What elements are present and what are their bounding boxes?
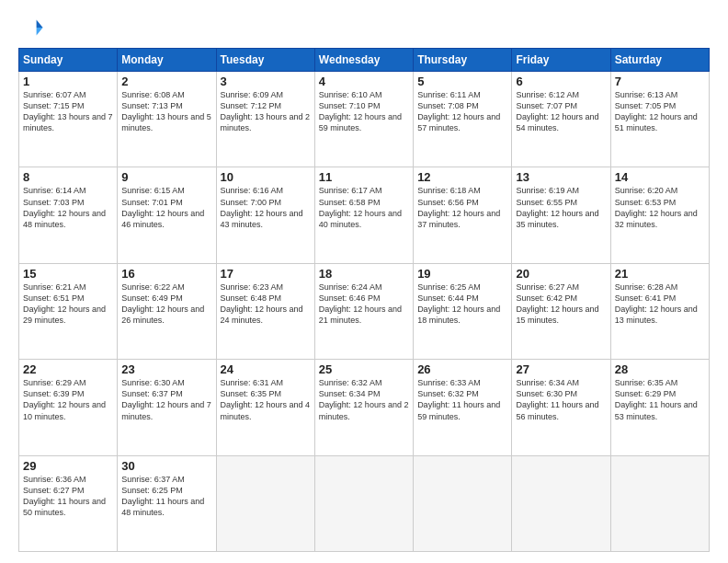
calendar-day-cell: 13 Sunrise: 6:19 AM Sunset: 6:55 PM Dayl… [512, 167, 610, 263]
calendar-day-cell: 19 Sunrise: 6:25 AM Sunset: 6:44 PM Dayl… [414, 263, 512, 359]
calendar-day-header: Thursday [414, 49, 512, 72]
calendar-day-cell: 28 Sunrise: 6:35 AM Sunset: 6:29 PM Dayl… [610, 360, 709, 455]
day-info: Sunrise: 6:30 AM Sunset: 6:37 PM Dayligh… [121, 377, 211, 422]
calendar-header-row: SundayMondayTuesdayWednesdayThursdayFrid… [19, 49, 710, 72]
day-number: 4 [319, 75, 409, 88]
calendar-day-cell: 30 Sunrise: 6:37 AM Sunset: 6:25 PM Dayl… [118, 455, 216, 551]
calendar-day-cell [512, 455, 610, 551]
header [18, 15, 710, 40]
day-info: Sunrise: 6:32 AM Sunset: 6:34 PM Dayligh… [319, 377, 409, 422]
calendar-week-row: 1 Sunrise: 6:07 AM Sunset: 7:15 PM Dayli… [19, 72, 710, 167]
calendar-day-cell: 11 Sunrise: 6:17 AM Sunset: 6:58 PM Dayl… [314, 167, 413, 263]
calendar-day-cell: 4 Sunrise: 6:10 AM Sunset: 7:10 PM Dayli… [314, 72, 413, 167]
day-number: 6 [516, 75, 606, 88]
calendar-day-cell [414, 455, 512, 551]
calendar-day-cell: 12 Sunrise: 6:18 AM Sunset: 6:56 PM Dayl… [414, 167, 512, 263]
day-info: Sunrise: 6:21 AM Sunset: 6:51 PM Dayligh… [23, 282, 113, 327]
day-number: 26 [417, 362, 507, 376]
day-info: Sunrise: 6:22 AM Sunset: 6:49 PM Dayligh… [121, 282, 211, 327]
calendar-day-cell: 26 Sunrise: 6:33 AM Sunset: 6:32 PM Dayl… [414, 360, 512, 455]
day-number: 5 [417, 75, 507, 88]
day-info: Sunrise: 6:19 AM Sunset: 6:55 PM Dayligh… [516, 185, 606, 230]
calendar-day-cell: 29 Sunrise: 6:36 AM Sunset: 6:27 PM Dayl… [19, 455, 118, 551]
day-info: Sunrise: 6:18 AM Sunset: 6:56 PM Dayligh… [417, 185, 507, 230]
day-number: 24 [221, 362, 311, 376]
calendar-day-cell: 23 Sunrise: 6:30 AM Sunset: 6:37 PM Dayl… [118, 360, 216, 455]
calendar-day-cell: 7 Sunrise: 6:13 AM Sunset: 7:05 PM Dayli… [610, 72, 709, 167]
day-info: Sunrise: 6:10 AM Sunset: 7:10 PM Dayligh… [319, 89, 409, 134]
calendar-day-cell: 8 Sunrise: 6:14 AM Sunset: 7:03 PM Dayli… [19, 167, 118, 263]
day-info: Sunrise: 6:27 AM Sunset: 6:42 PM Dayligh… [516, 282, 606, 327]
calendar-day-cell: 14 Sunrise: 6:20 AM Sunset: 6:53 PM Dayl… [610, 167, 709, 263]
day-info: Sunrise: 6:34 AM Sunset: 6:30 PM Dayligh… [516, 377, 606, 422]
calendar-week-row: 8 Sunrise: 6:14 AM Sunset: 7:03 PM Dayli… [19, 167, 710, 263]
page: SundayMondayTuesdayWednesdayThursdayFrid… [0, 0, 728, 563]
day-number: 12 [417, 170, 507, 184]
day-number: 30 [121, 459, 211, 473]
day-info: Sunrise: 6:35 AM Sunset: 6:29 PM Dayligh… [615, 377, 705, 422]
day-info: Sunrise: 6:14 AM Sunset: 7:03 PM Dayligh… [23, 185, 113, 230]
calendar-day-cell: 2 Sunrise: 6:08 AM Sunset: 7:13 PM Dayli… [118, 72, 216, 167]
day-number: 2 [121, 75, 211, 88]
calendar-day-cell: 25 Sunrise: 6:32 AM Sunset: 6:34 PM Dayl… [314, 360, 413, 455]
day-number: 15 [23, 267, 113, 281]
calendar-day-header: Wednesday [314, 49, 413, 72]
calendar-day-cell [610, 455, 709, 551]
day-number: 22 [23, 362, 113, 376]
calendar-day-cell: 22 Sunrise: 6:29 AM Sunset: 6:39 PM Dayl… [19, 360, 118, 455]
day-number: 11 [319, 170, 409, 184]
day-info: Sunrise: 6:25 AM Sunset: 6:44 PM Dayligh… [417, 282, 507, 327]
day-info: Sunrise: 6:16 AM Sunset: 7:00 PM Dayligh… [221, 185, 311, 230]
day-info: Sunrise: 6:13 AM Sunset: 7:05 PM Dayligh… [615, 89, 705, 134]
day-number: 14 [615, 170, 705, 184]
calendar-day-cell: 15 Sunrise: 6:21 AM Sunset: 6:51 PM Dayl… [19, 263, 118, 359]
calendar-week-row: 22 Sunrise: 6:29 AM Sunset: 6:39 PM Dayl… [19, 360, 710, 455]
day-info: Sunrise: 6:09 AM Sunset: 7:12 PM Dayligh… [221, 89, 311, 134]
day-info: Sunrise: 6:28 AM Sunset: 6:41 PM Dayligh… [615, 282, 705, 327]
calendar-day-header: Monday [118, 49, 216, 72]
calendar-day-cell: 24 Sunrise: 6:31 AM Sunset: 6:35 PM Dayl… [216, 360, 314, 455]
day-number: 17 [221, 267, 311, 281]
calendar-day-cell: 27 Sunrise: 6:34 AM Sunset: 6:30 PM Dayl… [512, 360, 610, 455]
calendar-day-cell: 6 Sunrise: 6:12 AM Sunset: 7:07 PM Dayli… [512, 72, 610, 167]
day-number: 16 [121, 267, 211, 281]
calendar-day-cell [216, 455, 314, 551]
day-number: 29 [23, 459, 113, 473]
day-number: 10 [221, 170, 311, 184]
day-info: Sunrise: 6:20 AM Sunset: 6:53 PM Dayligh… [615, 185, 705, 230]
svg-marker-0 [37, 20, 43, 28]
logo-icon [18, 15, 44, 40]
calendar-week-row: 29 Sunrise: 6:36 AM Sunset: 6:27 PM Dayl… [19, 455, 710, 551]
svg-marker-1 [37, 28, 43, 35]
day-number: 25 [319, 362, 409, 376]
logo [18, 15, 48, 40]
calendar-day-cell [314, 455, 413, 551]
day-info: Sunrise: 6:31 AM Sunset: 6:35 PM Dayligh… [221, 377, 311, 422]
calendar-day-header: Tuesday [216, 49, 314, 72]
calendar-day-cell: 17 Sunrise: 6:23 AM Sunset: 6:48 PM Dayl… [216, 263, 314, 359]
calendar-day-cell: 9 Sunrise: 6:15 AM Sunset: 7:01 PM Dayli… [118, 167, 216, 263]
calendar-table: SundayMondayTuesdayWednesdayThursdayFrid… [18, 48, 710, 552]
calendar-day-cell: 1 Sunrise: 6:07 AM Sunset: 7:15 PM Dayli… [19, 72, 118, 167]
day-info: Sunrise: 6:15 AM Sunset: 7:01 PM Dayligh… [121, 185, 211, 230]
day-info: Sunrise: 6:24 AM Sunset: 6:46 PM Dayligh… [319, 282, 409, 327]
day-number: 9 [121, 170, 211, 184]
day-number: 28 [615, 362, 705, 376]
calendar-day-header: Friday [512, 49, 610, 72]
day-number: 19 [417, 267, 507, 281]
day-number: 20 [516, 267, 606, 281]
day-number: 27 [516, 362, 606, 376]
day-info: Sunrise: 6:12 AM Sunset: 7:07 PM Dayligh… [516, 89, 606, 134]
day-info: Sunrise: 6:11 AM Sunset: 7:08 PM Dayligh… [417, 89, 507, 134]
day-info: Sunrise: 6:29 AM Sunset: 6:39 PM Dayligh… [23, 377, 113, 422]
day-info: Sunrise: 6:07 AM Sunset: 7:15 PM Dayligh… [23, 89, 113, 134]
day-info: Sunrise: 6:08 AM Sunset: 7:13 PM Dayligh… [121, 89, 211, 134]
day-number: 21 [615, 267, 705, 281]
day-info: Sunrise: 6:23 AM Sunset: 6:48 PM Dayligh… [221, 282, 311, 327]
day-number: 8 [23, 170, 113, 184]
calendar-day-cell: 5 Sunrise: 6:11 AM Sunset: 7:08 PM Dayli… [414, 72, 512, 167]
day-number: 7 [615, 75, 705, 88]
calendar-day-cell: 16 Sunrise: 6:22 AM Sunset: 6:49 PM Dayl… [118, 263, 216, 359]
day-number: 18 [319, 267, 409, 281]
calendar-day-cell: 10 Sunrise: 6:16 AM Sunset: 7:00 PM Dayl… [216, 167, 314, 263]
